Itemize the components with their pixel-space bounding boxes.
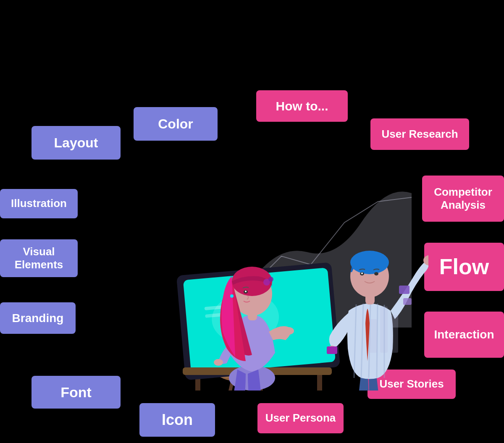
main-illustration <box>84 76 428 391</box>
icon-tag: Icon <box>139 403 215 437</box>
svg-point-43 <box>374 272 378 275</box>
svg-rect-46 <box>370 319 377 353</box>
svg-point-42 <box>361 273 363 274</box>
illustration-tag: Illustration <box>0 189 78 218</box>
user-persona-tag: User Persona <box>257 403 344 433</box>
svg-point-22 <box>245 291 247 292</box>
svg-point-16 <box>284 327 294 335</box>
competitor-analysis-tag: Competitor Analysis <box>422 176 504 222</box>
svg-point-23 <box>230 294 234 298</box>
svg-rect-37 <box>327 346 337 354</box>
interaction-tag: Interaction <box>424 312 504 358</box>
svg-rect-48 <box>391 315 398 353</box>
svg-point-25 <box>268 277 273 282</box>
svg-point-17 <box>214 359 223 366</box>
svg-rect-45 <box>403 298 412 305</box>
visual-elements-tag: Visual Elements <box>0 239 78 277</box>
svg-point-40 <box>350 251 389 274</box>
svg-rect-44 <box>399 286 410 294</box>
branding-tag: Branding <box>0 302 76 334</box>
flow-tag: Flow <box>424 243 504 291</box>
svg-rect-47 <box>380 307 388 353</box>
